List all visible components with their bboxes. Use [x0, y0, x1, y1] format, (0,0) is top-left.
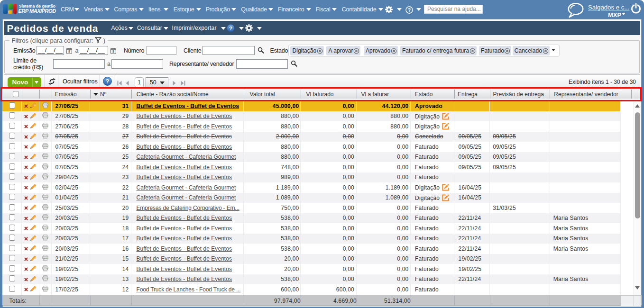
svg-text:8: 8	[112, 50, 114, 53]
svg-text:8: 8	[68, 50, 70, 53]
svg-text:?: ?	[408, 8, 411, 13]
svg-text:?: ?	[229, 25, 232, 31]
svg-text:?: ?	[105, 78, 109, 85]
